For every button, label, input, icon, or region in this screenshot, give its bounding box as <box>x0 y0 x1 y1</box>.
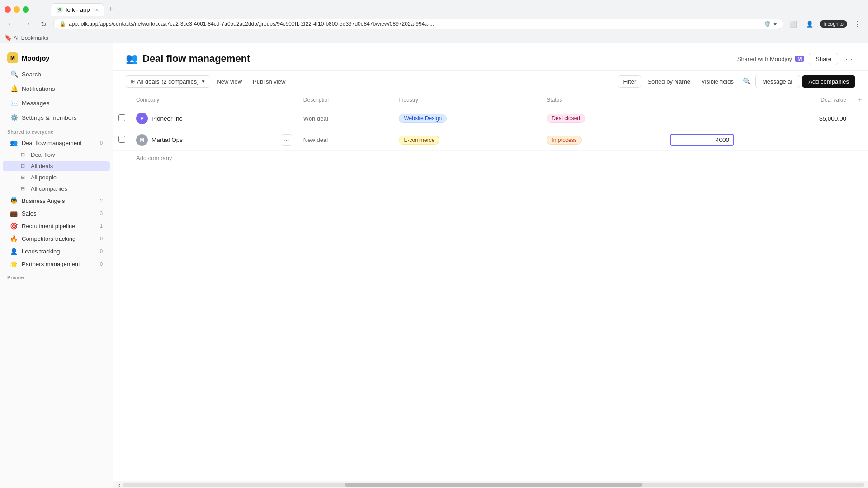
sidebar-group-sales[interactable]: 💼 Sales 3 <box>3 207 110 219</box>
industry-martial: E-commerce <box>393 129 541 151</box>
col-header-add[interactable]: + <box>852 92 868 108</box>
browser-tab[interactable]: 🌿 folk - app × <box>51 3 104 16</box>
company-cell-martial: M Martial Ops <box>131 129 275 151</box>
address-bar[interactable]: 🔒 app.folk.app/apps/contacts/network/cca… <box>53 19 783 29</box>
sidebar-item-notifications[interactable]: 🔔 Notifications <box>3 82 110 95</box>
sidebar-group-recruitment-pipeline[interactable]: 🎯 Recruitment pipeline 1 <box>3 220 110 232</box>
recruitment-icon: 🎯 <box>10 222 18 230</box>
sub-all-deals-label: All deals <box>31 163 53 169</box>
group-recruitment-count: 1 <box>95 223 103 229</box>
tab-close-btn[interactable]: × <box>95 7 98 13</box>
forward-btn[interactable]: → <box>21 18 33 30</box>
sub-all-people-label: All people <box>31 174 57 181</box>
browser-tab-bar: 🌿 folk - app × + <box>46 3 121 16</box>
new-view-btn[interactable]: New view <box>212 76 246 87</box>
chevron-down-icon: ▼ <box>201 79 206 84</box>
search-toolbar-btn[interactable]: 🔍 <box>740 75 754 88</box>
row-checkbox-martial[interactable] <box>113 129 131 151</box>
row-checkbox-pioneer[interactable] <box>113 108 131 129</box>
table-container: Company Description Industry Status Deal… <box>113 92 868 481</box>
browser-addressbar: ← → ↻ 🔒 app.folk.app/apps/contacts/netwo… <box>0 16 868 33</box>
sales-icon: 💼 <box>10 210 18 217</box>
browser-chrome: × – + 🌿 folk - app × + ← → ↻ 🔒 app.folk.… <box>0 0 868 43</box>
group-partners-count: 0 <box>95 261 103 267</box>
industry-pioneer: Website Design <box>393 108 541 129</box>
row-more-btn-martial[interactable]: ··· <box>281 134 292 146</box>
sidebar-org-header[interactable]: M Moodjoy <box>0 49 113 67</box>
sidebar-group-competitors-tracking[interactable]: 🔥 Competitors tracking 0 <box>3 233 110 244</box>
publish-view-btn[interactable]: Publish view <box>248 76 290 87</box>
status-pioneer: Deal closed <box>541 108 665 129</box>
group-recruitment-label: Recruitment pipeline <box>22 223 92 230</box>
col-header-spacer <box>275 92 298 108</box>
group-deal-flow-label: Deal flow management <box>22 140 92 146</box>
add-company-label[interactable]: Add company <box>131 151 868 165</box>
main-content: 👥 Deal flow management Shared with Moodj… <box>113 43 868 488</box>
col-header-deal-value: Deal value <box>665 92 852 108</box>
sidebar-group-partners-management[interactable]: 🌟 Partners management 0 <box>3 258 110 270</box>
new-tab-btn[interactable]: + <box>105 3 117 16</box>
deal-value-input-martial[interactable] <box>670 134 734 146</box>
group-leads-label: Leads tracking <box>22 248 92 255</box>
messages-icon: ✉️ <box>10 99 18 107</box>
scroll-track[interactable] <box>123 483 864 487</box>
deal-flow-icon: 👥 <box>10 139 18 146</box>
sidebar-sub-deal-flow[interactable]: ⊞ Deal flow <box>3 150 110 160</box>
more-options-btn[interactable]: ··· <box>843 52 855 65</box>
sidebar-sub-all-people[interactable]: ⊞ All people <box>3 172 110 183</box>
industry-tag-martial: E-commerce <box>399 136 439 145</box>
col-header-industry: Industry <box>393 92 541 108</box>
col-header-status: Status <box>541 92 665 108</box>
row-actions: ··· <box>281 134 292 146</box>
menu-btn[interactable]: ⋮ <box>851 18 863 30</box>
company-cell-pioneer: P Pioneer Inc <box>131 108 275 129</box>
share-button[interactable]: Share <box>809 53 838 65</box>
sidebar-item-search[interactable]: 🔍 Search <box>3 67 110 81</box>
add-companies-btn[interactable]: Add companies <box>802 75 855 88</box>
sidebar-group-leads-tracking[interactable]: 👤 Leads tracking 0 <box>3 245 110 257</box>
extensions-btn[interactable]: ⬜ <box>787 18 800 30</box>
deals-table: Company Description Industry Status Deal… <box>113 92 868 165</box>
browser-controls: × – + <box>5 6 29 13</box>
competitors-icon: 🔥 <box>10 235 18 242</box>
company-name-martial: M Martial Ops <box>136 134 270 146</box>
scrollbar-area[interactable]: ‹ <box>113 481 868 488</box>
visible-fields-btn[interactable]: Visible fields <box>697 76 738 87</box>
btn-minimize[interactable]: – <box>14 6 20 13</box>
group-leads-count: 0 <box>95 249 103 254</box>
back-btn[interactable]: ← <box>5 18 17 30</box>
deal-value-martial[interactable] <box>665 129 852 151</box>
profile-btn[interactable]: 👤 <box>803 18 816 30</box>
checkbox-pioneer[interactable] <box>118 114 125 121</box>
scroll-thumb[interactable] <box>345 483 642 487</box>
scroll-left-btn[interactable]: ‹ <box>117 481 123 488</box>
filter-btn[interactable]: Filter <box>618 75 641 88</box>
sidebar: M Moodjoy 🔍 Search 🔔 Notifications ✉️ Me… <box>0 43 113 488</box>
settings-icon: ⚙️ <box>10 113 18 122</box>
sidebar-group-deal-flow-management[interactable]: 👥 Deal flow management 0 <box>3 137 110 149</box>
add-company-checkbox-cell <box>113 151 131 165</box>
org-name: Moodjoy <box>22 54 50 62</box>
deal-value-pioneer: $5,000.00 <box>665 108 852 129</box>
sidebar-item-messages[interactable]: ✉️ Messages <box>3 96 110 110</box>
sidebar-sub-all-deals[interactable]: ⊞ All deals <box>3 161 110 171</box>
view-selector-btn[interactable]: ⊞ All deals (2 companies) ▼ <box>126 75 210 88</box>
sidebar-item-settings[interactable]: ⚙️ Settings & members <box>3 111 110 124</box>
sidebar-sub-all-companies[interactable]: ⊞ All companies <box>3 183 110 194</box>
address-bar-icons: 🛡️ ★ <box>764 21 778 27</box>
add-company-row[interactable]: Add company <box>113 151 868 165</box>
group-business-angels-label: Business Angels <box>22 197 92 204</box>
sub-all-companies-label: All companies <box>31 185 67 192</box>
group-business-angels-count: 2 <box>95 198 103 203</box>
sort-btn[interactable]: Sorted by Name <box>643 76 695 87</box>
btn-close[interactable]: × <box>5 6 11 13</box>
message-all-btn[interactable]: Message all <box>755 75 800 88</box>
checkbox-martial[interactable] <box>118 136 125 143</box>
sidebar-group-business-angels[interactable]: 👼 Business Angels 2 <box>3 195 110 206</box>
row-spacer-pioneer <box>275 108 298 129</box>
reload-btn[interactable]: ↻ <box>37 18 50 30</box>
page-title-area: 👥 Deal flow management <box>126 53 250 65</box>
app-layout: M Moodjoy 🔍 Search 🔔 Notifications ✉️ Me… <box>0 43 868 488</box>
btn-maximize[interactable]: + <box>23 6 29 13</box>
leads-icon: 👤 <box>10 248 18 255</box>
